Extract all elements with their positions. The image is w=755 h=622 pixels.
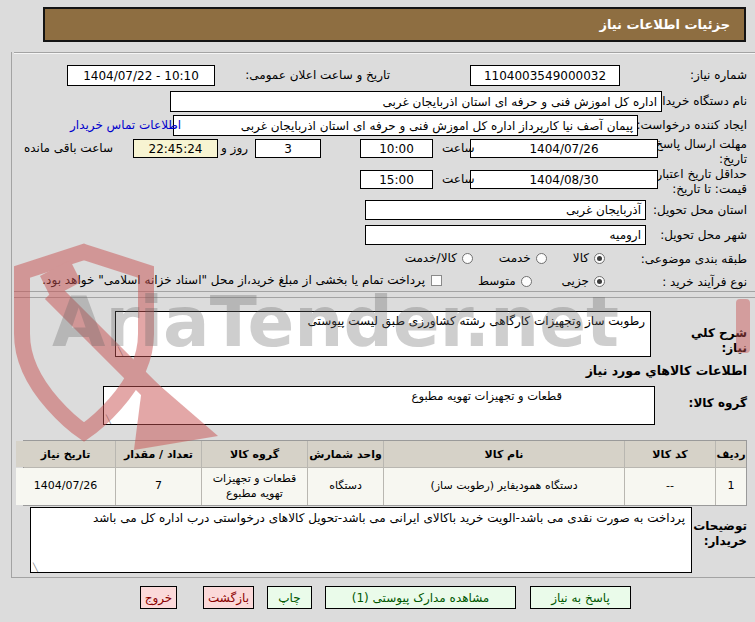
view-attachments-button[interactable]: مشاهده مدارک پیوستی (1) (325, 586, 516, 609)
buyer-notes-text: پرداخت به صورت نقدی می باشد-الویت خرید ب… (93, 511, 685, 525)
countdown-suffix: ساعت باقی مانده (24, 141, 113, 155)
radio-selected-icon[interactable] (594, 253, 605, 264)
table-cell-quantity: 7 (116, 468, 201, 505)
reply-deadline-date-field[interactable]: 1404/07/26 (470, 139, 658, 158)
process-type-options: جزیی متوسط (478, 274, 605, 288)
option-label: جزیی (562, 274, 589, 288)
process-option-minor[interactable]: جزیی (562, 274, 605, 288)
reply-deadline-hour-label: ساعت (442, 141, 475, 155)
request-creator-field[interactable]: پیمان آصف نیا کارپرداز اداره کل اموزش فن… (173, 115, 638, 136)
table-cell-unit: دستگاه (308, 468, 383, 505)
announce-datetime-label: تاریخ و ساعت اعلان عمومی: (245, 68, 390, 82)
page-title: جزئیات اطلاعات نیاز (43, 7, 746, 42)
process-type-label: نوع فرآیند خرید : (662, 275, 747, 289)
exit-button[interactable]: خروج (140, 586, 177, 609)
remaining-days-field: 3 (255, 139, 321, 158)
print-button[interactable]: چاپ (267, 586, 312, 609)
option-label: کالا (573, 251, 589, 265)
delivery-city-field[interactable]: ارومیه (365, 225, 646, 245)
treasury-note-text: پرداخت تمام یا بخشی از مبلغ خرید،از محل … (42, 273, 425, 287)
radio-icon[interactable] (536, 253, 547, 264)
goods-group-text: قطعات و تجهیزات تهویه مطبوع (412, 389, 562, 403)
need-number-field[interactable]: 1104003549000032 (470, 65, 620, 86)
table-header-group: گروه کالا (202, 441, 307, 467)
table-cell-item-name: دستگاه همودیفایر (رطوبت ساز) (384, 468, 624, 505)
delivery-city-label: شهر محل تحویل: (660, 228, 747, 242)
section-divider-2 (14, 297, 755, 298)
resize-handle-icon[interactable]: ╲ (106, 415, 111, 424)
classification-options: کالا خدمت کالا/خدمت (405, 251, 605, 265)
radio-icon[interactable] (462, 253, 473, 264)
price-validity-time-field[interactable]: 15:00 (360, 170, 433, 189)
announce-datetime-field[interactable]: 1404/07/22 - 10:10 (67, 65, 215, 86)
resize-handle-icon[interactable]: ╲ (33, 563, 38, 572)
delivery-province-field[interactable]: آذربایجان غربی (365, 200, 646, 220)
price-validity-hour-label: ساعت (442, 172, 475, 186)
treasury-checkbox-icon[interactable] (431, 275, 442, 286)
frame-bottom-line (11, 577, 755, 578)
radio-selected-icon[interactable] (594, 276, 605, 287)
classification-option-service[interactable]: خدمت (499, 251, 547, 265)
request-creator-label: ایجاد کننده درخواست: (636, 118, 747, 132)
back-button[interactable]: بازگشت (203, 586, 254, 609)
table-cell-need-date: 1404/07/26 (16, 468, 115, 505)
reply-to-need-button[interactable]: پاسخ به نیاز (530, 586, 631, 609)
buyer-notes-textarea[interactable]: پرداخت به صورت نقدی می باشد-الویت خرید ب… (30, 507, 692, 573)
need-description-text: رطوبت ساز وتجهیزات کارگاهی رشته کشاورزی … (308, 314, 645, 328)
option-label: متوسط (478, 274, 516, 288)
table-cell-item-code: -- (625, 468, 715, 505)
option-label: کالا/خدمت (405, 251, 457, 265)
buyer-notes-label: توضيحات خريدار: (689, 519, 747, 549)
goods-group-textarea[interactable]: قطعات و تجهیزات تهویه مطبوع ╲ (103, 386, 655, 425)
radio-icon[interactable] (521, 276, 532, 287)
goods-table: ردیف کد کالا نام کالا واحد شمارش گروه کا… (23, 440, 747, 506)
countdown-timer: 22:45:24 (133, 139, 218, 158)
buyer-contact-link[interactable]: اطلاعات تماس خریدار (70, 118, 181, 132)
table-header-row-index: ردیف (716, 441, 746, 467)
goods-section-title: اطلاعات كالاهاي مورد نياز (586, 363, 747, 378)
option-label: خدمت (499, 251, 531, 265)
need-description-label: شرح كلي نياز: (677, 326, 747, 356)
classification-option-goods[interactable]: کالا (573, 251, 605, 265)
delivery-province-label: استان محل تحویل: (653, 203, 747, 217)
process-option-medium[interactable]: متوسط (478, 274, 532, 288)
need-number-label: شماره نیاز: (690, 68, 747, 82)
section-divider-1 (14, 291, 755, 292)
resize-handle-icon[interactable]: ╲ (118, 347, 123, 356)
table-header-item-name: نام کالا (384, 441, 624, 467)
frame-left-line (11, 52, 12, 578)
classification-label: طبقه بندی موضوعی: (641, 252, 747, 266)
buyer-org-label: نام دستگاه خریدار: (653, 94, 748, 108)
goods-group-label: گروه كالا: (685, 396, 747, 411)
table-header-quantity: تعداد / مقدار (116, 441, 201, 467)
classification-option-goods-service[interactable]: کالا/خدمت (405, 251, 473, 265)
need-description-textarea[interactable]: رطوبت ساز وتجهیزات کارگاهی رشته کشاورزی … (115, 311, 651, 357)
buyer-org-field[interactable]: اداره کل اموزش فنی و حرفه ای استان اذربا… (170, 91, 662, 112)
table-cell-group: قطعات و تجهیزات تهویه مطبوع (202, 468, 307, 505)
remaining-days-suffix: روز و (221, 141, 248, 155)
treasury-note-row: پرداخت تمام یا بخشی از مبلغ خرید،از محل … (30, 273, 442, 287)
price-validity-date-field[interactable]: 1404/08/30 (470, 170, 658, 189)
reply-deadline-time-field[interactable]: 10:00 (360, 139, 433, 158)
table-header-unit: واحد شمارش (308, 441, 383, 467)
table-header-item-code: کد کالا (625, 441, 715, 467)
need-details-page: جزئیات اطلاعات نیاز شماره نیاز: 11040035… (0, 0, 755, 622)
table-cell-row-index: 1 (716, 468, 746, 505)
frame-top-highlight (14, 53, 755, 54)
table-header-need-date: تاریخ نیاز (16, 441, 115, 467)
